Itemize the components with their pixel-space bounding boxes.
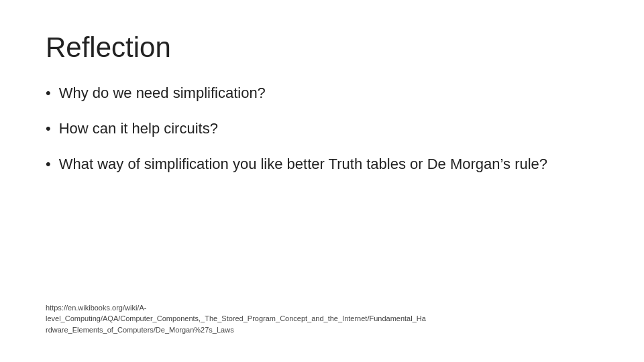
list-item: • What way of simplification you like be…	[46, 154, 598, 175]
bullet-dot: •	[46, 119, 51, 139]
reference-line-2: level_Computing/AQA/Computer_Components,…	[46, 314, 426, 322]
bullet-text-3: What way of simplification you like bett…	[59, 154, 598, 175]
reference-block: https://en.wikibooks.org/wiki/A- level_C…	[46, 302, 598, 336]
reference-line-3: rdware_Elements_of_Computers/De_Morgan%2…	[46, 326, 234, 334]
bullet-dot: •	[46, 83, 51, 104]
reference-line-1: https://en.wikibooks.org/wiki/A-	[46, 304, 146, 312]
list-item: • Why do we need simplification?	[46, 83, 598, 104]
slide-title: Reflection	[46, 32, 598, 63]
list-item: • How can it help circuits?	[46, 119, 598, 139]
bullet-list: • Why do we need simplification? • How c…	[46, 83, 598, 189]
bullet-text-1: Why do we need simplification?	[59, 83, 598, 104]
bullet-text-2: How can it help circuits?	[59, 119, 598, 139]
bullet-dot: •	[46, 154, 51, 175]
slide: Reflection • Why do we need simplificati…	[0, 0, 644, 362]
